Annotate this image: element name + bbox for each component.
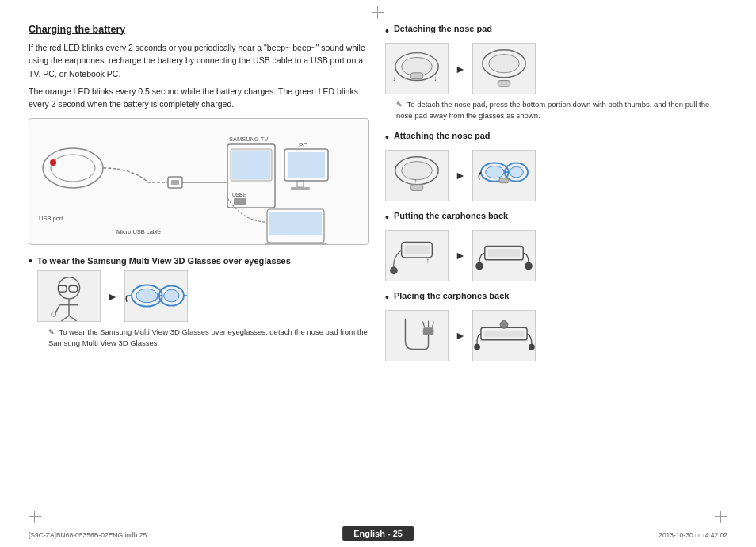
eyeglasses-note: ✎ To wear the Samsung Multi View 3D Glas… <box>48 327 369 349</box>
crosshair-top-icon <box>372 6 384 19</box>
arrow-put-icon: ► <box>455 249 466 262</box>
put-before-img: ↑ <box>385 230 449 281</box>
left-bullet-section: • To wear the Samsung Multi View 3D Glas… <box>29 256 369 354</box>
svg-text:↓: ↓ <box>392 75 395 82</box>
svg-point-75 <box>500 320 508 328</box>
bullet-dot-attach: • <box>385 132 389 143</box>
main-content: Charging the battery If the red LED blin… <box>29 22 727 476</box>
svg-point-1 <box>51 155 95 182</box>
note-icon-detach: ✎ <box>396 101 403 109</box>
put-after-img <box>472 230 536 281</box>
svg-text:USB: USB <box>232 192 242 197</box>
svg-line-68 <box>423 321 425 327</box>
footer-right-text: 2013-10-30 □□ 4:42:02 <box>659 531 727 539</box>
svg-line-30 <box>61 316 69 322</box>
svg-point-54 <box>486 166 504 178</box>
left-column: Charging the battery If the red LED blin… <box>29 22 369 476</box>
detach-after-img <box>472 43 536 94</box>
detach-before-svg: ↓ ↓ <box>386 44 448 94</box>
charging-diagram: USB PC SAMSUNG TV USB <box>29 118 369 245</box>
eyeglasses-after-img <box>124 270 188 322</box>
svg-point-73 <box>529 343 535 350</box>
eyeglasses-image-pair: ► <box>37 270 369 322</box>
page-container: Charging the battery If the red LED blin… <box>0 0 756 547</box>
detach-nose-title-row: • Detaching the nose pad <box>385 24 727 38</box>
svg-point-33 <box>52 312 56 317</box>
bullet-put-earphones: • Putting the earphones back <box>385 211 727 281</box>
footer-left-text: [S9C-ZA]BN68-05356B-02ENG.indb 25 <box>29 531 147 539</box>
bullet-dot-place: • <box>385 292 389 303</box>
bullet-dot-detach: • <box>385 25 389 36</box>
body-text-1: If the red LED blinks every 2 seconds or… <box>29 41 369 80</box>
page-number-label: English - 25 <box>353 529 403 538</box>
arrow-place-icon: ► <box>455 329 466 342</box>
svg-text:USB port: USB port <box>39 215 63 222</box>
attach-nose-images: ↑ ► <box>385 150 727 201</box>
svg-rect-10 <box>234 198 246 205</box>
put-earphones-title: Putting the earphones back <box>394 211 508 220</box>
svg-rect-13 <box>297 181 304 187</box>
svg-rect-26 <box>69 286 78 293</box>
svg-rect-58 <box>499 178 509 183</box>
eyeglasses-before-img <box>37 270 101 322</box>
place-after-img <box>472 310 536 361</box>
place-earphones-images: ► <box>385 310 727 361</box>
arrow-attach-icon: ► <box>455 169 466 182</box>
svg-rect-19 <box>269 212 322 235</box>
detach-nose-title: Detaching the nose pad <box>394 24 492 33</box>
svg-line-32 <box>55 305 59 314</box>
detach-nose-images: ↓ ↓ ► <box>385 43 727 94</box>
arrow-detach-icon: ► <box>455 63 466 75</box>
body-text-2: The orange LED blinks every 0.5 second w… <box>29 85 369 111</box>
put-before-svg: ↑ <box>386 231 448 281</box>
svg-rect-43 <box>410 73 423 79</box>
bullet-eyeglasses-title: To wear the Samsung Multi View 3D Glasse… <box>37 256 369 266</box>
svg-text:↓: ↓ <box>433 75 437 82</box>
attach-before-svg: ↑ <box>386 151 448 201</box>
place-earphones-title-row: • Placing the earphones back <box>385 291 727 305</box>
svg-rect-8 <box>232 151 270 179</box>
put-earphones-images: ↑ ► <box>385 230 727 281</box>
svg-text:↑: ↑ <box>426 256 430 265</box>
place-earphones-title: Placing the earphones back <box>394 291 510 300</box>
person-glasses-svg <box>38 271 100 321</box>
svg-text:↑: ↑ <box>414 177 417 185</box>
bullet-detach-nose: • Detaching the nose pad ↓ ↓ <box>385 24 727 121</box>
bullet-eyeglasses: • To wear the Samsung Multi View 3D Glas… <box>29 256 369 354</box>
put-after-svg <box>473 231 535 281</box>
diagram-svg: USB PC SAMSUNG TV USB <box>37 127 346 244</box>
svg-rect-72 <box>484 331 524 337</box>
svg-point-47 <box>488 55 519 73</box>
attach-after-img <box>472 150 536 201</box>
place-before-svg <box>386 311 448 361</box>
svg-point-66 <box>475 262 483 270</box>
svg-rect-48 <box>498 81 510 87</box>
svg-text:Micro USB cable: Micro USB cable <box>116 228 161 235</box>
arrow-right-icon: ► <box>107 290 118 303</box>
detach-before-img: ↓ ↓ <box>385 43 449 94</box>
right-column: • Detaching the nose pad ↓ ↓ <box>385 22 727 476</box>
svg-line-31 <box>69 316 77 322</box>
svg-rect-4 <box>171 180 179 185</box>
attach-nose-title-row: • Attaching the nose pad <box>385 131 727 145</box>
svg-rect-64 <box>488 249 521 257</box>
detach-note: ✎ To detach the nose pad, press the bott… <box>396 99 727 121</box>
svg-rect-51 <box>410 184 423 190</box>
svg-point-65 <box>525 262 533 270</box>
place-before-img <box>385 310 449 361</box>
note-icon: ✎ <box>48 328 55 336</box>
svg-line-70 <box>432 321 433 327</box>
crosshair-bottom-right-icon <box>715 511 727 523</box>
bullet-place-earphones: • Placing the earphones back <box>385 291 727 361</box>
svg-rect-25 <box>58 286 67 293</box>
svg-point-61 <box>390 266 398 274</box>
crosshair-bottom-left-icon <box>29 511 41 523</box>
bullet-attach-nose: • Attaching the nose pad ↑ ► <box>385 131 727 201</box>
svg-point-56 <box>510 166 523 178</box>
3d-glasses-svg <box>125 271 187 321</box>
svg-rect-60 <box>404 245 429 254</box>
svg-rect-12 <box>288 152 325 178</box>
attach-before-img: ↑ <box>385 150 449 201</box>
svg-text:PC: PC <box>299 142 307 149</box>
svg-point-35 <box>136 289 158 303</box>
